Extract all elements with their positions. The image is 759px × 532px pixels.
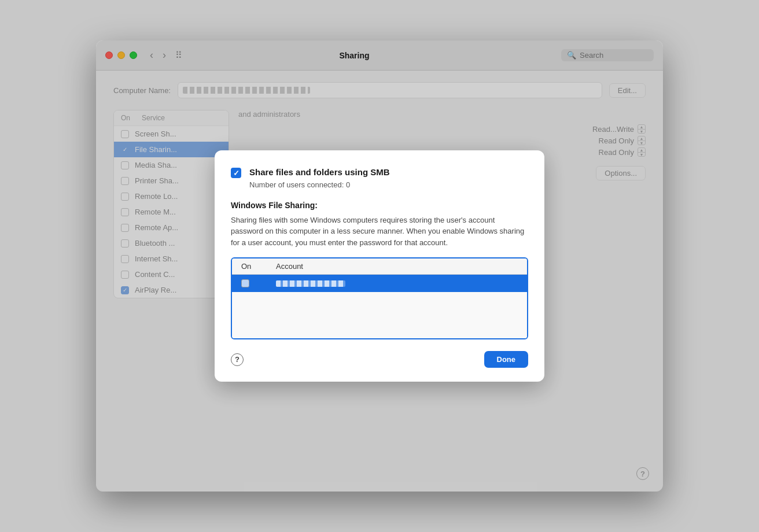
- users-connected: Number of users connected: 0: [249, 180, 390, 189]
- row-checkbox[interactable]: [241, 279, 249, 287]
- col-header-on: On: [241, 262, 276, 271]
- table-empty-area: [232, 292, 527, 338]
- section-title: Windows File Sharing:: [231, 201, 528, 210]
- system-preferences-window: ‹ › ⠿ Sharing 🔍 Computer Name: Edit... O…: [96, 40, 663, 492]
- help-button[interactable]: ?: [231, 353, 244, 366]
- windows-file-sharing-section: Windows File Sharing: Sharing files with…: [231, 201, 528, 249]
- smb-title: Share files and folders using SMB: [249, 167, 390, 178]
- row-account-name: [276, 280, 518, 287]
- account-name-blurred: [276, 280, 345, 287]
- modal-backdrop: Share files and folders using SMB Number…: [96, 40, 663, 492]
- accounts-table: On Account: [231, 257, 528, 339]
- smb-checkbox[interactable]: [231, 168, 241, 178]
- smb-header: Share files and folders using SMB Number…: [231, 167, 528, 189]
- table-header: On Account: [232, 258, 527, 275]
- done-button[interactable]: Done: [484, 351, 529, 368]
- table-row[interactable]: [232, 275, 527, 292]
- smb-info: Share files and folders using SMB Number…: [249, 167, 390, 189]
- section-description: Sharing files with some Windows computer…: [231, 215, 528, 249]
- modal-dialog: Share files and folders using SMB Number…: [215, 150, 544, 382]
- modal-footer: ? Done: [231, 351, 528, 368]
- col-header-account: Account: [276, 262, 518, 271]
